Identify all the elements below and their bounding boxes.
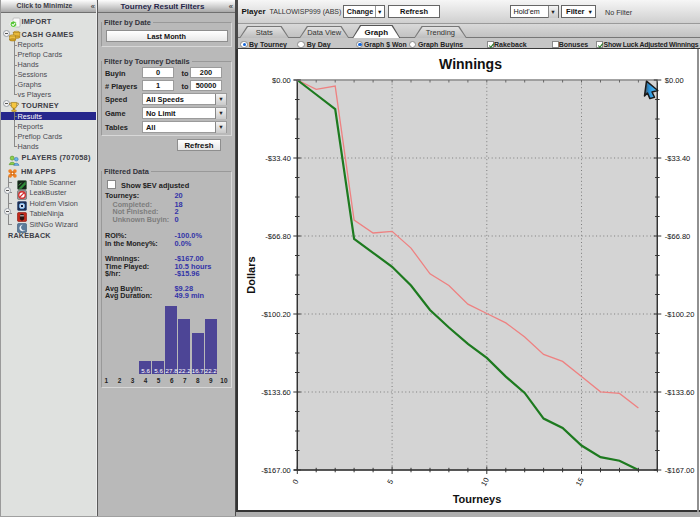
svg-text:-$33.40: -$33.40 — [665, 154, 690, 163]
svg-text:$0.00: $0.00 — [272, 76, 291, 85]
svg-text:-$66.80: -$66.80 — [265, 232, 290, 241]
svg-text:-$100.20: -$100.20 — [261, 310, 291, 319]
svg-text:10: 10 — [479, 476, 491, 488]
svg-text:-$133.60: -$133.60 — [665, 388, 695, 397]
svg-text:-$133.60: -$133.60 — [261, 388, 291, 397]
svg-text:15: 15 — [574, 476, 586, 488]
svg-text:0: 0 — [291, 478, 301, 486]
svg-text:$0.00: $0.00 — [665, 76, 684, 85]
svg-text:-$33.40: -$33.40 — [265, 154, 290, 163]
svg-text:-$167.00: -$167.00 — [261, 466, 291, 475]
svg-text:-$167.00: -$167.00 — [665, 466, 695, 475]
svg-text:Tourneys: Tourneys — [453, 493, 502, 505]
svg-text:-$66.80: -$66.80 — [665, 232, 690, 241]
svg-text:Winnings: Winnings — [439, 56, 502, 72]
svg-text:Dollars: Dollars — [245, 256, 257, 293]
svg-text:-$100.20: -$100.20 — [665, 310, 695, 319]
svg-text:5: 5 — [385, 478, 395, 486]
